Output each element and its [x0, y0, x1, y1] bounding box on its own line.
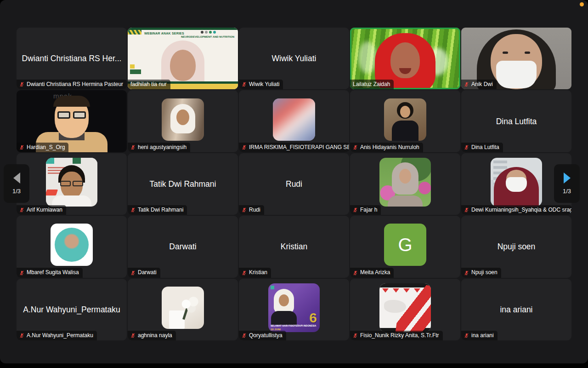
- participant-name-label: A.Nur Wahyuni_Permataku: [17, 331, 97, 340]
- muted-mic-icon: [130, 145, 136, 150]
- muted-mic-icon: [242, 207, 247, 213]
- muted-mic-icon: [130, 333, 136, 338]
- participant-tile[interactable]: ina ariani ina ariani: [461, 279, 571, 340]
- chevron-right-icon: [564, 172, 571, 184]
- profile-avatar: [491, 158, 542, 207]
- participant-tile[interactable]: Dina Lutfita Dina Lutfita: [461, 90, 571, 152]
- participant-tile[interactable]: Dwianti Christiana RS Her... Dwianti Chr…: [17, 28, 127, 89]
- profile-avatar: 6 SELAMAT HARI FISIOTERAPI INDONESIA 10 …: [268, 283, 320, 332]
- participant-name-label: Lailatuz Zaidah: [350, 80, 394, 89]
- muted-mic-icon: [353, 207, 358, 213]
- participant-name-label: Fisio_Nunik Rizky Anita, S.Tr.Ftr: [350, 331, 443, 340]
- participant-tile[interactable]: IRMA RISKIMA_FISIOTERAPI GANG SEHAT: [239, 90, 349, 152]
- page-indicator: 1/3: [12, 188, 21, 195]
- profile-avatar: [162, 287, 204, 329]
- webinar-banner-title: WEBINAR ANAK SERIES: [144, 32, 184, 35]
- participant-tile[interactable]: heni agustyaningsih: [128, 90, 238, 152]
- poster-title: SELAMAT HARI FISIOTERAPI INDONESIA: [271, 324, 316, 327]
- avatar-initial: G: [398, 236, 412, 254]
- participant-display-name: Darwati: [169, 242, 196, 252]
- participant-name-label: Fajar h: [350, 205, 381, 215]
- muted-mic-icon: [353, 270, 358, 276]
- participant-name-label: Dewi Kurnianingsih_Syahqia & ODC sragen: [461, 205, 571, 215]
- glasses: [60, 181, 83, 186]
- participant-tile[interactable]: G Meita Arizka: [350, 216, 460, 277]
- participant-tile-active-speaker[interactable]: Lailatuz Zaidah: [350, 28, 460, 89]
- muted-mic-icon: [19, 333, 24, 338]
- recording-indicator-dot: [580, 2, 584, 6]
- participant-name-label: Wiwik Yuliati: [239, 80, 283, 89]
- muted-mic-icon: [19, 145, 24, 150]
- participant-tile[interactable]: Kristian Kristian: [239, 216, 349, 277]
- profile-avatar: [273, 98, 315, 141]
- participant-name-label: Dwianti Christiana RS Hermina Pasteur: [17, 80, 127, 89]
- profile-avatar: [51, 224, 93, 266]
- profile-avatar: [162, 98, 204, 141]
- participant-name-label: Arif Kurniawan: [17, 205, 66, 215]
- participant-tile[interactable]: 6 SELAMAT HARI FISIOTERAPI INDONESIA 10 …: [239, 279, 349, 340]
- next-page-button[interactable]: 1/3: [554, 164, 580, 203]
- muted-mic-icon: [464, 207, 469, 213]
- participant-tile[interactable]: Fajar h: [350, 153, 460, 215]
- participant-gallery: Dwianti Christiana RS Her... Dwianti Chr…: [17, 28, 571, 340]
- participant-name-label: Kristian: [239, 268, 271, 277]
- muted-mic-icon: [353, 333, 358, 338]
- muted-mic-icon: [130, 207, 136, 213]
- participant-tile[interactable]: Anis Hidayanis Nurruloh: [350, 90, 460, 152]
- participant-tile[interactable]: Arif Kurniawan: [17, 153, 127, 215]
- participant-display-name: Tatik Dwi Rahmani: [150, 179, 216, 189]
- participant-tile[interactable]: aghnina nayla: [128, 279, 238, 340]
- participant-tile[interactable]: Darwati Darwati: [128, 216, 238, 277]
- participant-name-label: fadhilah tia nur: [128, 80, 170, 89]
- muted-mic-icon: [19, 207, 24, 213]
- profile-avatar: [46, 158, 97, 207]
- participant-name-label: Hardian_S_Org: [17, 143, 68, 152]
- participant-display-name: Wiwik Yuliati: [272, 54, 317, 63]
- participant-name-label: ina ariani: [461, 331, 498, 340]
- participant-name-label: Rudi: [239, 205, 264, 215]
- participant-tile[interactable]: Rudi Rudi: [239, 153, 349, 215]
- muted-mic-icon: [19, 270, 24, 276]
- participant-tile[interactable]: Anik Dwi: [461, 28, 571, 89]
- muted-mic-icon: [19, 82, 24, 87]
- profile-avatar: [384, 98, 426, 141]
- participant-display-name: Kristian: [281, 242, 307, 252]
- muted-mic-icon: [464, 333, 469, 338]
- participant-display-name: Dina Lutfita: [496, 116, 537, 126]
- muted-mic-icon: [130, 270, 136, 276]
- webinar-logos: [201, 31, 216, 34]
- muted-mic-icon: [464, 82, 469, 87]
- participant-tile[interactable]: Wiwik Yuliati Wiwik Yuliati: [239, 28, 349, 89]
- face-mask: [496, 61, 537, 88]
- participant-name-label: Dina Lutfita: [461, 143, 503, 152]
- profile-avatar-letter: G: [384, 224, 426, 266]
- prev-page-button[interactable]: 1/3: [4, 164, 29, 203]
- participant-tile[interactable]: Mbaref Sugita Walisa: [17, 216, 127, 277]
- chevron-left-icon: [13, 172, 20, 184]
- face-mask: [506, 177, 527, 192]
- webinar-banner-subtitle: NEURODEVELOPMENT AND NUTRITION: [181, 35, 234, 38]
- participant-tile[interactable]: Tatik Dwi Rahmani Tatik Dwi Rahmani: [128, 153, 238, 215]
- participant-tile[interactable]: A.Nur Wahyuni_Permataku A.Nur Wahyuni_Pe…: [17, 279, 127, 340]
- participant-name-label: Qoryatullistya: [239, 331, 286, 340]
- indonesian-flag-ribbon: [396, 283, 431, 332]
- muted-mic-icon: [464, 145, 469, 150]
- participant-display-name: Rudi: [286, 179, 302, 189]
- participant-tile[interactable]: mpak Hardian_S_Org: [17, 90, 127, 152]
- page-indicator: 1/3: [563, 188, 571, 195]
- participant-name-label: Anik Dwi: [461, 80, 497, 89]
- participant-tile[interactable]: WEBINAR ANAK SERIES NEURODEVELOPMENT AND…: [128, 28, 238, 89]
- participant-name-label: Darwati: [128, 268, 160, 277]
- participant-tile[interactable]: Fisio_Nunik Rizky Anita, S.Tr.Ftr: [350, 279, 460, 340]
- muted-mic-icon: [242, 145, 247, 150]
- participant-name-label: Npuji soen: [461, 268, 501, 277]
- participant-tile[interactable]: Npuji soen Npuji soen: [461, 216, 571, 277]
- participant-name-label: Mbaref Sugita Walisa: [17, 268, 83, 277]
- muted-mic-icon: [242, 270, 247, 276]
- participant-display-name: ina ariani: [500, 305, 532, 314]
- participant-display-name: Dwianti Christiana RS Her...: [22, 54, 122, 63]
- participant-name-label: Meita Arizka: [350, 268, 394, 277]
- muted-mic-icon: [464, 270, 469, 276]
- participant-name-label: heni agustyaningsih: [128, 143, 190, 152]
- poster-number: 6: [309, 310, 317, 326]
